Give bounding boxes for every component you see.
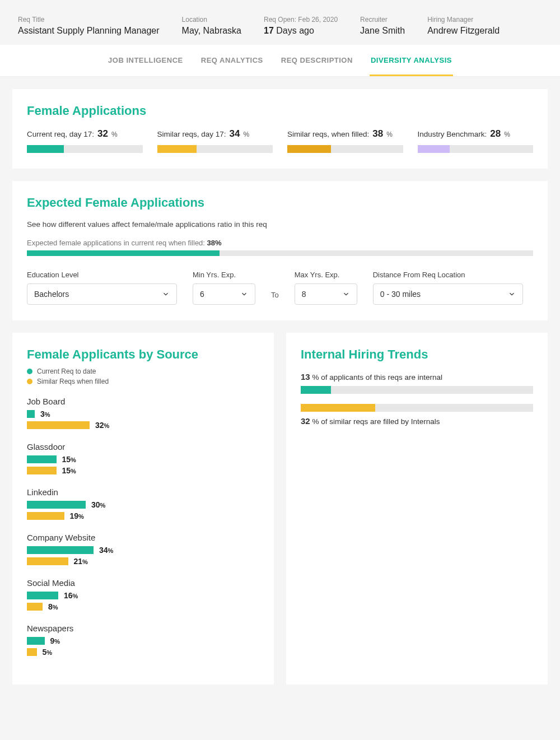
header-req-title-label: Req Title (18, 16, 160, 24)
legend-dot-icon (27, 369, 32, 374)
control-max-exp-label: Max Yrs. Exp. (295, 271, 357, 279)
source-similar-value: 15% (62, 466, 76, 475)
source-current-bar (27, 592, 58, 599)
source-current-row: 30% (27, 500, 259, 509)
female-app-item: Similar reqs, day 17: 34 % (157, 128, 273, 153)
source-similar-row: 21% (27, 557, 259, 566)
control-education-label: Education Level (27, 271, 177, 279)
header-hiring-manager: Hiring Manager Andrew Fitzgerald (427, 16, 500, 36)
source-similar-row: 32% (27, 421, 259, 430)
expected-female-line-value: 38% (207, 239, 222, 247)
female-app-label: Similar reqs, day 17: 34 % (157, 128, 273, 139)
source-current-value: 30% (91, 500, 105, 509)
by-source-card: Female Applicants by Source Current Req … (12, 333, 274, 685)
content: Female Applications Current req, day 17:… (0, 77, 560, 697)
female-app-bar (418, 145, 534, 153)
female-applications-grid: Current req, day 17: 32 %Similar reqs, d… (27, 128, 533, 153)
source-block: Newspapers9%5% (27, 623, 259, 657)
female-applications-title: Female Applications (27, 104, 533, 118)
source-name: Social Media (27, 578, 259, 588)
chevron-down-icon (240, 290, 248, 298)
header-recruiter: Recruiter Jane Smith (360, 16, 405, 36)
source-current-value: 34% (99, 546, 113, 555)
header-location-label: Location (182, 16, 241, 24)
female-app-bar (27, 145, 143, 153)
source-current-bar (27, 546, 94, 554)
expected-female-title: Expected Female Applications (27, 196, 533, 210)
source-name: Glassdoor (27, 442, 259, 452)
internal-row-similar: 32 % of similar reqs are filled by Inter… (301, 404, 533, 426)
internal-row-applicants-value: 13 (301, 372, 310, 381)
source-current-bar (27, 637, 45, 645)
female-app-label: Industry Benchmark: 28 % (418, 128, 534, 139)
chevron-down-icon (342, 290, 350, 298)
header-req-open-label: Req Open: Feb 26, 2020 (264, 16, 338, 24)
source-current-row: 9% (27, 636, 259, 645)
source-block: Glassdoor15%15% (27, 442, 259, 475)
control-min-exp-label: Min Yrs. Exp. (193, 271, 255, 279)
header-hiring-manager-label: Hiring Manager (427, 16, 500, 24)
internal-row-applicants-suffix: % of applicants of this reqs are interna… (310, 373, 442, 381)
source-similar-value: 19% (70, 511, 84, 520)
tab-diversity-analysis[interactable]: DIVERSITY ANALYSIS (370, 56, 453, 76)
source-current-row: 16% (27, 591, 259, 600)
source-similar-value: 21% (74, 557, 88, 566)
source-current-bar (27, 501, 86, 509)
header-recruiter-value: Jane Smith (360, 26, 405, 36)
internal-row-similar-label: 32 % of similar reqs are filled by Inter… (301, 416, 533, 426)
source-current-value: 16% (64, 591, 78, 600)
internal-trends-title: Internal Hiring Trends (301, 347, 533, 362)
education-select-value: Bachelors (34, 290, 69, 299)
by-source-title: Female Applicants by Source (27, 347, 259, 362)
tab-job-intelligence[interactable]: JOB INTELLIGENCE (107, 56, 184, 76)
female-app-value: 34 (230, 128, 240, 139)
control-min-exp: Min Yrs. Exp. 6 (193, 271, 255, 305)
internal-row-similar-value: 32 (301, 416, 310, 426)
min-exp-value: 6 (200, 290, 204, 299)
min-exp-select[interactable]: 6 (193, 283, 255, 305)
source-similar-bar (27, 421, 90, 429)
distance-select[interactable]: 0 - 30 miles (373, 283, 523, 305)
header-req-open: Req Open: Feb 26, 2020 17 Days ago (264, 16, 338, 36)
female-app-item: Similar reqs, when filled: 38 % (287, 128, 403, 153)
expected-female-card: Expected Female Applications See how dif… (12, 181, 548, 320)
source-name: Linkedin (27, 487, 259, 497)
control-distance-label: Distance From Req Location (373, 271, 523, 279)
female-app-value: 28 (490, 128, 501, 139)
header-req-open-value: 17 Days ago (264, 26, 338, 36)
internal-row-applicants-label: 13 % of applicants of this reqs are inte… (301, 372, 533, 381)
internal-row-applicants: 13 % of applicants of this reqs are inte… (301, 372, 533, 394)
female-app-bar (287, 145, 403, 153)
source-current-row: 3% (27, 409, 259, 418)
internal-row-similar-bar (301, 404, 533, 412)
female-app-bar-fill (418, 145, 450, 153)
tab-req-description[interactable]: REQ DESCRIPTION (280, 56, 354, 76)
tab-req-analytics[interactable]: REQ ANALYTICS (200, 56, 264, 76)
two-column-row: Female Applicants by Source Current Req … (12, 333, 548, 685)
legend-dot-icon (27, 379, 32, 384)
expected-controls: Education Level Bachelors Min Yrs. Exp. … (27, 271, 533, 305)
legend-label: Similar Reqs when filled (37, 378, 109, 385)
chevron-down-icon (162, 290, 170, 298)
female-app-value: 32 (97, 128, 108, 139)
female-app-value: 38 (372, 128, 383, 139)
header-location-value: May, Nabraska (182, 26, 241, 36)
tab-bar: JOB INTELLIGENCEREQ ANALYTICSREQ DESCRIP… (0, 45, 560, 77)
education-select[interactable]: Bachelors (27, 283, 177, 305)
max-exp-select[interactable]: 8 (295, 283, 357, 305)
source-current-row: 34% (27, 546, 259, 555)
female-app-item: Industry Benchmark: 28 % (418, 128, 534, 153)
expected-female-bar (27, 250, 533, 256)
days-ago-number: 17 (264, 26, 274, 35)
source-current-bar (27, 410, 35, 418)
max-exp-value: 8 (302, 290, 306, 299)
legend-label: Current Req to date (37, 367, 96, 375)
female-app-bar-fill (287, 145, 331, 153)
by-source-legend: Current Req to dateSimilar Reqs when fil… (27, 367, 259, 385)
source-current-bar (27, 455, 57, 463)
source-similar-bar (27, 467, 57, 474)
control-education: Education Level Bachelors (27, 271, 177, 305)
source-name: Newspapers (27, 623, 259, 633)
by-source-list: Job Board3%32%Glassdoor15%15%Linkedin30%… (27, 397, 259, 657)
source-similar-value: 8% (48, 602, 58, 611)
